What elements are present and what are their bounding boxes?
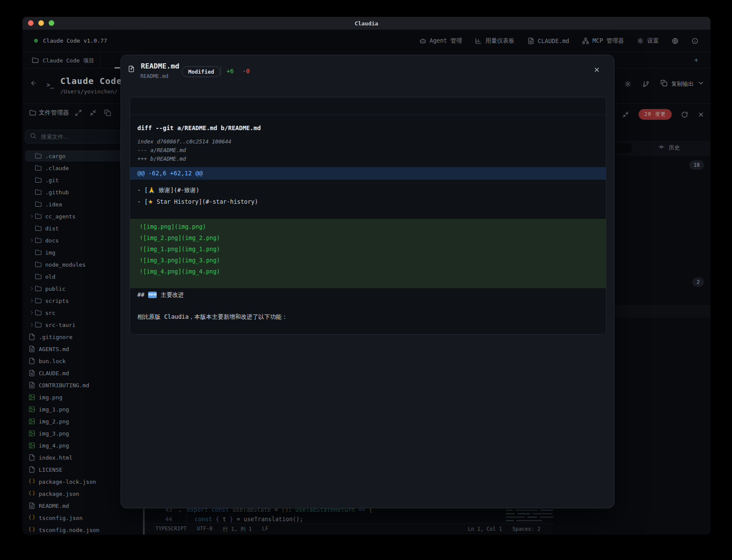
- diff-line-heading: ## NEW 主要改进: [137, 289, 599, 300]
- diff-added-line: ![img.png](img.png): [130, 221, 606, 232]
- diff-added-block: ![img.png](img.png)![img_2.png](img_2.pn…: [130, 219, 606, 288]
- screenshot-stage: Claudia Claude Code v1.0.77 Agent 管理用量仪表…: [0, 0, 732, 560]
- modified-status-badge: Modified: [182, 66, 220, 77]
- diff-line-meta: --- a/README.md: [137, 146, 599, 155]
- modal-title: README.md: [141, 62, 179, 70]
- window-title: Claudia: [22, 20, 710, 27]
- diff-line-file: diff --git a/README.md b/README.md: [137, 124, 599, 132]
- diff-added-line: ![img_4.png](img_4.png): [130, 266, 606, 277]
- diff-modal: README.md README.md Modified +6 -0 diff …: [121, 55, 614, 508]
- diff-added-line: ![img_3.png](img_3.png): [130, 255, 606, 266]
- app-window: Claudia Claude Code v1.0.77 Agent 管理用量仪表…: [22, 17, 710, 535]
- diff-body: diff --git a/README.md b/README.mdindex …: [130, 115, 606, 322]
- pray-emoji: 🙏: [148, 187, 155, 193]
- diff-line-meta: index d76086f..c0c2514 100644: [137, 137, 599, 146]
- diff-blank-line: [130, 208, 606, 219]
- new-emoji: NEW: [148, 292, 157, 298]
- diff-content-box: diff --git a/README.md b/README.mdindex …: [130, 97, 606, 335]
- diff-line-hunk: @@ -62,6 +62,12 @@: [130, 167, 606, 180]
- diff-box-header: [130, 97, 606, 115]
- close-icon: [593, 67, 600, 75]
- diff-line-meta: +++ b/README.md: [137, 155, 599, 163]
- deletions-count: -0: [242, 68, 250, 75]
- diff-line-para: 相比原版 Claudia，本版本主要新增和改进了以下功能：: [137, 311, 599, 322]
- diff-line-context: - [★ Star History](#-star-history): [137, 196, 599, 208]
- diff-added-line: ![img_2.png](img_2.png): [130, 232, 606, 243]
- divider: [220, 66, 221, 76]
- modal-subtitle: README.md: [140, 73, 168, 79]
- close-window-button[interactable]: [28, 20, 34, 26]
- diff-line-context: - [🙏 致谢](#-致谢): [137, 184, 599, 196]
- zoom-window-button[interactable]: [49, 20, 54, 26]
- minimize-window-button[interactable]: [38, 20, 44, 26]
- additions-count: +6: [226, 68, 234, 75]
- file-diff-icon: [128, 65, 135, 74]
- star-emoji: ★: [148, 199, 153, 205]
- macos-titlebar: Claudia: [22, 17, 710, 30]
- modal-close-button[interactable]: [593, 66, 600, 75]
- diff-added-line: ![img_1.png](img_1.png): [130, 243, 606, 255]
